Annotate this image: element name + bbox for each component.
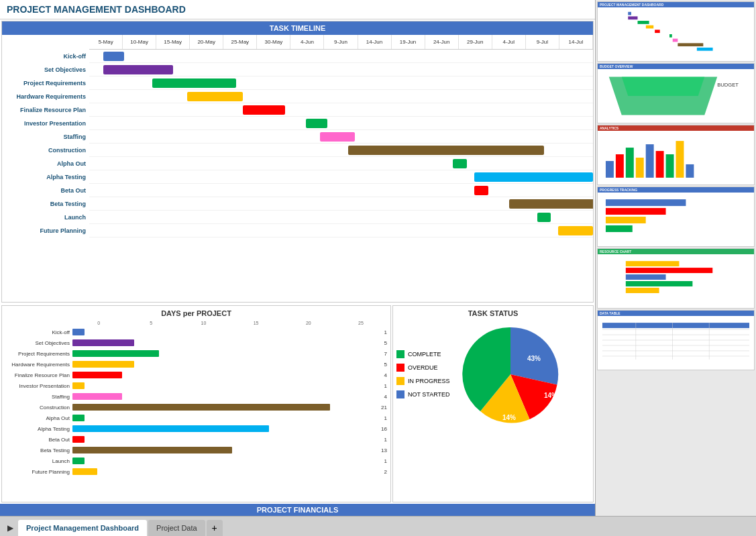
bar-fill (72, 425, 269, 432)
gantt-row-5 (89, 117, 593, 130)
bar-row-staffing: Staffing4 (5, 392, 387, 401)
bar-fill (72, 436, 85, 443)
gantt-bar-2 (152, 78, 236, 88)
main-container: PROJECT MANAGEMENT DASHBOARD TASK TIMELI… (0, 0, 756, 536)
gantt-bar-11 (509, 199, 593, 209)
bar-row-finalize-resource-plan: Finalize Resource Plan4 (5, 370, 387, 380)
bar-container (72, 415, 382, 421)
gantt-row-2 (89, 76, 593, 90)
tab-dashboard[interactable]: Project Management Dashboard (18, 520, 147, 536)
thumbnail-strip: PROJECT MANAGEMENT DASHBOARD (596, 0, 756, 516)
svg-rect-25 (606, 208, 666, 215)
bar-container (72, 458, 382, 464)
thumb-content-3 (598, 131, 754, 184)
task-label-kick-off: Kick-off (2, 50, 89, 63)
bar-row-kick-off: Kick-off1 (5, 327, 387, 337)
bar-fill (72, 447, 232, 453)
date-col-29Jun: 29-Jun (459, 35, 492, 49)
bar-row-construction: Construction21 (5, 403, 387, 412)
bar-label: Project Requirements (5, 351, 72, 357)
legend-item-not-started: NOT STARTED (396, 390, 450, 398)
bar-label: Beta Testing (5, 447, 72, 453)
gantt-bar-12 (537, 213, 551, 222)
thumb-title-bar-4: PROGRESS TRACKING (598, 187, 754, 193)
bar-value: 5 (384, 362, 387, 368)
svg-rect-19 (646, 144, 654, 178)
bar-value: 1 (384, 415, 387, 421)
bar-value: 7 (384, 351, 387, 357)
thumb-title-bar-3: ANALYTICS (598, 125, 754, 131)
svg-rect-6 (646, 25, 653, 29)
svg-rect-16 (616, 154, 624, 178)
tab-add-button[interactable]: + (207, 520, 223, 536)
bar-label: Construction (5, 405, 72, 411)
thumb-content-2: BUDGET (598, 69, 754, 123)
task-label-beta-out: Beta Out (2, 184, 89, 197)
legend-item-complete: COMPLETE (396, 350, 450, 358)
svg-rect-22 (676, 141, 684, 178)
thumb-title-bar-6: DATA TABLE (598, 311, 754, 316)
bar-fill (72, 350, 159, 357)
thumb-content-6 (598, 316, 754, 370)
thumb-6: DATA TABLE (597, 310, 755, 370)
thumb-content-4 (598, 193, 754, 246)
task-label-project-requirements: Project Requirements (2, 76, 89, 90)
bar-container (72, 350, 382, 357)
svg-rect-9 (673, 39, 678, 42)
bar-value: 21 (381, 405, 387, 411)
gantt-bar-4 (243, 105, 285, 115)
bar-chart-area: Kick-off1Set Objectives5Project Requirem… (5, 327, 387, 476)
task-label-launch: Launch (2, 211, 89, 224)
date-col-25May: 25-May (223, 35, 257, 49)
date-col-9Jun: 9-Jun (324, 35, 358, 49)
timeline-title: TASK TIMELINE (2, 21, 593, 35)
bar-row-project-requirements: Project Requirements7 (5, 349, 387, 358)
legend-label: NOT STARTED (408, 391, 450, 398)
bar-row-set-objectives: Set Objectives5 (5, 338, 387, 347)
bar-fill (72, 404, 330, 411)
bar-row-beta-testing: Beta Testing13 (5, 445, 387, 455)
svg-rect-20 (656, 151, 664, 178)
bar-row-hardware-requirements: Hardware Requirements5 (5, 360, 387, 369)
bar-container (72, 361, 382, 368)
bar-label: Staffing (5, 394, 72, 400)
task-label-set-objectives: Set Objectives (2, 63, 89, 76)
bar-value: 4 (384, 394, 387, 400)
gantt-row-12 (89, 211, 593, 224)
bar-row-future-planning: Future Planning2 (5, 467, 387, 476)
svg-rect-8 (669, 34, 672, 38)
task-label-alpha-out: Alpha Out (2, 157, 89, 170)
thumb-1: PROJECT MANAGEMENT DASHBOARD (597, 1, 755, 62)
bar-container (72, 329, 382, 335)
status-content: COMPLETEOVERDUEIN PROGRESSNOT STARTED (396, 321, 590, 428)
gantt-bar-13 (558, 226, 593, 235)
bar-label: Investor Presentation (5, 383, 72, 389)
bar-container (72, 436, 382, 443)
svg-text:43%: 43% (527, 355, 541, 362)
gantt-row-9 (89, 170, 593, 184)
tab-arrow[interactable]: ▶ (3, 520, 17, 536)
svg-rect-3 (628, 12, 631, 15)
bar-value: 16 (381, 426, 387, 432)
svg-rect-31 (626, 281, 693, 286)
bar-row-launch: Launch1 (5, 456, 387, 466)
legend-color (396, 364, 404, 372)
bar-label: Launch (5, 458, 72, 464)
bar-label: Alpha Testing (5, 426, 72, 432)
date-col-9Jul: 9-Jul (526, 35, 559, 49)
days-chart-title: DAYS per PROJECT (5, 309, 387, 317)
thumb-title-bar-2: BUDGET OVERVIEW (598, 64, 754, 69)
bar-row-beta-out: Beta Out1 (5, 435, 387, 444)
tab-project-data[interactable]: Project Data (148, 520, 205, 536)
task-label-investor-presentation: Investor Presentation (2, 117, 89, 130)
x-label-5: 5 (125, 321, 177, 325)
svg-rect-32 (626, 288, 659, 293)
thumb-4: PROGRESS TRACKING (597, 186, 755, 247)
bottom-section: DAYS per PROJECT 0510152025 Kick-off1Set… (1, 305, 594, 502)
gantt-row-6 (89, 130, 593, 144)
chart-area: 5-May10-May15-May20-May25-May30-May4-Jun… (89, 35, 593, 301)
thumb-2: BUDGET OVERVIEW BUDGET (597, 63, 755, 123)
gantt-bar-7 (348, 146, 544, 155)
legend-label: COMPLETE (408, 351, 441, 358)
right-panel: PROJECT MANAGEMENT DASHBOARD (595, 0, 756, 516)
